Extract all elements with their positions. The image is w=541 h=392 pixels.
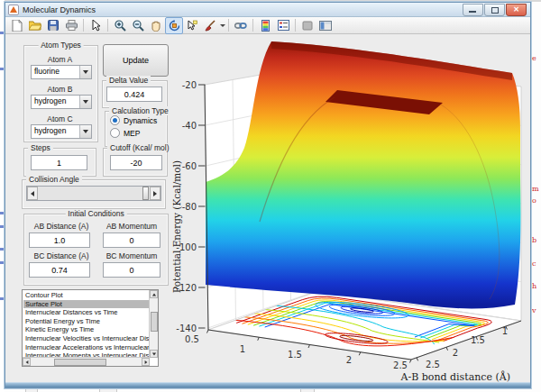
radio-selected-icon [110,115,120,125]
insert-legend-button[interactable] [274,17,292,34]
z-tick: -40 [173,121,197,131]
list-item[interactable]: Internuclear Accelerations vs Internucle… [23,343,149,352]
data-cursor-button[interactable] [183,17,201,34]
collision-angle-title: Collision Angle [26,175,82,184]
steps-field[interactable] [31,155,87,170]
surface-plot-canvas[interactable] [172,32,530,386]
z-tick: -140 [173,324,197,333]
brush-button[interactable] [201,17,219,34]
initial-conditions-title: Initial Conditions [65,209,126,218]
y-tick: 1.5 [468,335,488,345]
collision-angle-slider[interactable] [26,186,161,201]
scroll-left-arrow [23,358,31,366]
slider-thumb[interactable] [142,187,149,200]
ab-momentum-field[interactable] [103,232,160,248]
edit-plot-arrow-button[interactable] [87,17,105,34]
scroll-right-arrow [142,358,150,366]
atom-a-label: Atom A [23,55,96,64]
scroll-down-arrow [150,350,158,358]
atom-b-label: Atom B [23,85,96,94]
cutoff-title: Cutoff (Kcal/ mol) [107,143,172,152]
zoom-out-button[interactable] [129,17,147,34]
scrollbar-thumb [54,359,106,366]
z-axis-label: Potential Energy (Kcal/mol) [171,160,182,293]
calculation-type-title: Calculation Type [109,106,171,115]
window-title: Molecular Dynamics [23,5,96,14]
link-plot-button[interactable] [232,17,250,34]
slider-right-arrow[interactable] [150,187,160,200]
scrollbar-thumb [151,312,158,332]
update-button[interactable]: Update [103,44,169,77]
dropdown-arrow-icon [79,125,91,138]
hide-plot-tools-button[interactable] [298,17,316,34]
y-tick: 2 [445,348,465,358]
surface-plot-axes[interactable] [172,32,530,386]
save-button[interactable] [44,17,62,34]
atom-c-label: Atom C [23,114,96,123]
delta-value-field[interactable] [106,87,162,102]
list-item-selected[interactable]: Surface Plot [23,300,149,309]
dropdown-arrow-icon [79,66,91,78]
pan-hand-button[interactable] [147,17,165,34]
atom-types-title: Atom Types [38,41,84,50]
bc-momentum-label: BC Momentum [101,251,162,260]
brush-dropdown-caret[interactable] [219,18,225,33]
x-tick: 2.5 [390,360,410,370]
ab-distance-field[interactable] [29,232,90,248]
atom-a-dropdown[interactable]: fluorine [31,65,92,79]
y-tick: 1 [495,326,515,336]
ab-momentum-label: AB Momentum [101,222,162,231]
horizontal-scrollbar[interactable] [23,357,150,366]
x-tick: 1.5 [285,350,305,360]
slider-left-arrow[interactable] [27,187,38,200]
molecular-dynamics-window: Molecular Dynamics ✕ Atom [5,2,531,388]
title-bar[interactable]: Molecular Dynamics ✕ [5,3,530,17]
rotate-3d-button[interactable] [165,17,183,34]
matlab-app-icon [8,5,19,15]
plot-type-listbox: Contour Plot Surface Plot Internuclear D… [22,289,159,367]
scroll-up-arrow [150,290,158,298]
list-item[interactable]: Potential Energy vs Time [23,317,149,326]
bc-distance-label: BC Distance (A) [29,251,94,260]
print-button[interactable] [62,17,80,34]
bc-distance-field[interactable] [29,262,90,278]
z-tick: -20 [173,80,197,90]
minimize-button[interactable] [463,4,483,16]
window-bottom-border [5,382,530,387]
close-button[interactable]: ✕ [506,4,527,16]
x-tick: 2 [339,355,359,365]
steps-title: Steps [28,143,53,152]
cutoff-field[interactable] [110,155,162,170]
vertical-scrollbar[interactable] [149,290,158,358]
zoom-in-button[interactable] [111,17,129,34]
bc-momentum-field[interactable] [103,262,160,278]
x-tick: 1 [233,344,252,354]
background-fragment [25,388,38,392]
maximize-button[interactable] [484,4,505,16]
list-item[interactable]: Kinetic Energy vs Time [23,325,149,334]
dropdown-arrow-icon [79,96,91,108]
atom-c-dropdown[interactable]: hydrogen [31,124,92,139]
atom-b-dropdown[interactable]: hydrogen [31,95,92,109]
y-tick: 2.5 [423,360,443,369]
x-tick: 0.5 [182,334,202,344]
show-plot-tools-button[interactable] [316,17,335,34]
insert-colorbar-button[interactable] [256,17,274,34]
delta-value-title: Delta Value [106,76,151,85]
list-item[interactable]: Internuclear Distances vs Time [23,308,149,317]
open-folder-button[interactable] [26,17,44,34]
radio-dynamics[interactable]: Dynamics [110,115,157,125]
list-item[interactable]: Contour Plot [23,291,149,300]
ab-distance-label: AB Distance (A) [29,222,94,231]
radio-mep[interactable]: MEP [110,128,140,138]
radio-unselected-icon [110,128,120,138]
list-item[interactable]: Internuclear Velocities vs Internuclear … [23,334,149,343]
new-file-button[interactable] [8,17,26,34]
